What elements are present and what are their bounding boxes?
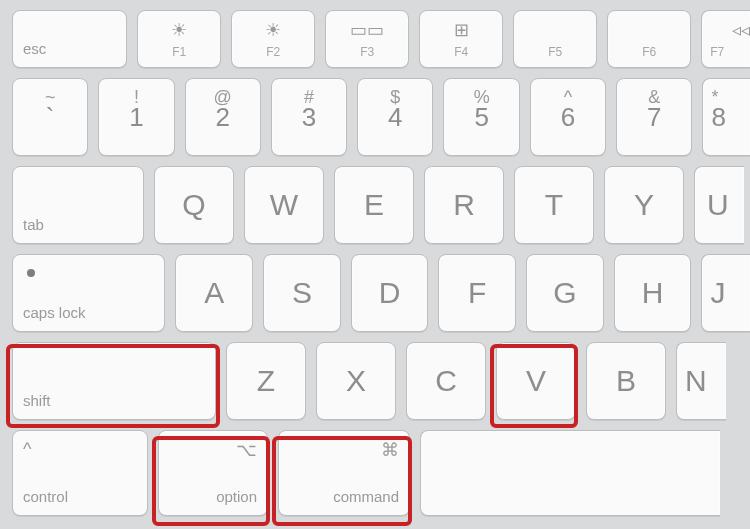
key-z[interactable]: Z xyxy=(226,342,306,420)
key-2[interactable]: @2 xyxy=(185,78,261,156)
key-backtick[interactable]: ~` xyxy=(12,78,88,156)
key-label: tab xyxy=(23,216,44,233)
key-esc[interactable]: esc xyxy=(12,10,127,68)
key-label: F1 xyxy=(138,45,220,59)
key-6[interactable]: ^6 xyxy=(530,78,606,156)
key-8[interactable]: *8 xyxy=(702,78,750,156)
key-tab[interactable]: tab xyxy=(12,166,144,244)
caps-lock-indicator-icon xyxy=(27,269,35,277)
key-1[interactable]: !1 xyxy=(98,78,174,156)
key-f5[interactable]: F5 xyxy=(513,10,597,68)
key-label: control xyxy=(23,488,68,505)
key-f6[interactable]: F6 xyxy=(607,10,691,68)
key-space[interactable] xyxy=(420,430,720,516)
key-4[interactable]: $4 xyxy=(357,78,433,156)
key-f2[interactable]: ☀ F2 xyxy=(231,10,315,68)
key-label: F4 xyxy=(420,45,502,59)
key-caps-lock[interactable]: caps lock xyxy=(12,254,165,332)
launchpad-icon: ⊞ xyxy=(420,19,502,41)
key-f[interactable]: F xyxy=(438,254,516,332)
key-label: F2 xyxy=(232,45,314,59)
row-asdf: caps lock A S D F G H J xyxy=(12,254,750,332)
key-f1[interactable]: ☀ F1 xyxy=(137,10,221,68)
row-modifier: ^ control ⌥ option ⌘ command xyxy=(12,430,750,516)
key-j[interactable]: J xyxy=(701,254,750,332)
key-command[interactable]: ⌘ command xyxy=(278,430,410,516)
key-f4[interactable]: ⊞ F4 xyxy=(419,10,503,68)
key-option[interactable]: ⌥ option xyxy=(158,430,268,516)
option-icon: ⌥ xyxy=(236,439,257,461)
key-control[interactable]: ^ control xyxy=(12,430,148,516)
keyboard: esc ☀ F1 ☀ F2 ▭▭ F3 ⊞ F4 F5 F6 ◃◃ F7 ~` xyxy=(0,0,750,529)
control-icon: ^ xyxy=(23,439,31,460)
key-s[interactable]: S xyxy=(263,254,341,332)
key-f7[interactable]: ◃◃ F7 xyxy=(701,10,750,68)
row-zxcv: shift Z X C V B N xyxy=(12,342,750,420)
key-w[interactable]: W xyxy=(244,166,324,244)
key-label: option xyxy=(216,488,257,505)
key-shift[interactable]: shift xyxy=(12,342,216,420)
key-t[interactable]: T xyxy=(514,166,594,244)
key-u[interactable]: U xyxy=(694,166,744,244)
key-e[interactable]: E xyxy=(334,166,414,244)
key-n[interactable]: N xyxy=(676,342,726,420)
key-v[interactable]: V xyxy=(496,342,576,420)
key-label: F5 xyxy=(514,45,596,59)
key-label: shift xyxy=(23,392,51,409)
key-label: command xyxy=(333,488,399,505)
key-x[interactable]: X xyxy=(316,342,396,420)
key-b[interactable]: B xyxy=(586,342,666,420)
key-label: F7 xyxy=(702,45,750,59)
row-function: esc ☀ F1 ☀ F2 ▭▭ F3 ⊞ F4 F5 F6 ◃◃ F7 xyxy=(12,10,750,68)
key-h[interactable]: H xyxy=(614,254,692,332)
brightness-up-icon: ☀ xyxy=(232,19,314,41)
row-number: ~` !1 @2 #3 $4 %5 ^6 &7 *8 xyxy=(12,78,750,156)
key-7[interactable]: &7 xyxy=(616,78,692,156)
mission-control-icon: ▭▭ xyxy=(326,19,408,41)
key-label: F3 xyxy=(326,45,408,59)
key-r[interactable]: R xyxy=(424,166,504,244)
key-label: F6 xyxy=(608,45,690,59)
key-3[interactable]: #3 xyxy=(271,78,347,156)
key-label: caps lock xyxy=(23,304,86,321)
key-g[interactable]: G xyxy=(526,254,604,332)
row-qwerty: tab Q W E R T Y U xyxy=(12,166,750,244)
key-f3[interactable]: ▭▭ F3 xyxy=(325,10,409,68)
key-a[interactable]: A xyxy=(175,254,253,332)
key-c[interactable]: C xyxy=(406,342,486,420)
command-icon: ⌘ xyxy=(381,439,399,461)
key-label: esc xyxy=(23,40,46,57)
key-d[interactable]: D xyxy=(351,254,429,332)
key-q[interactable]: Q xyxy=(154,166,234,244)
brightness-down-icon: ☀ xyxy=(138,19,220,41)
key-y[interactable]: Y xyxy=(604,166,684,244)
rewind-icon: ◃◃ xyxy=(724,19,750,41)
key-5[interactable]: %5 xyxy=(443,78,519,156)
